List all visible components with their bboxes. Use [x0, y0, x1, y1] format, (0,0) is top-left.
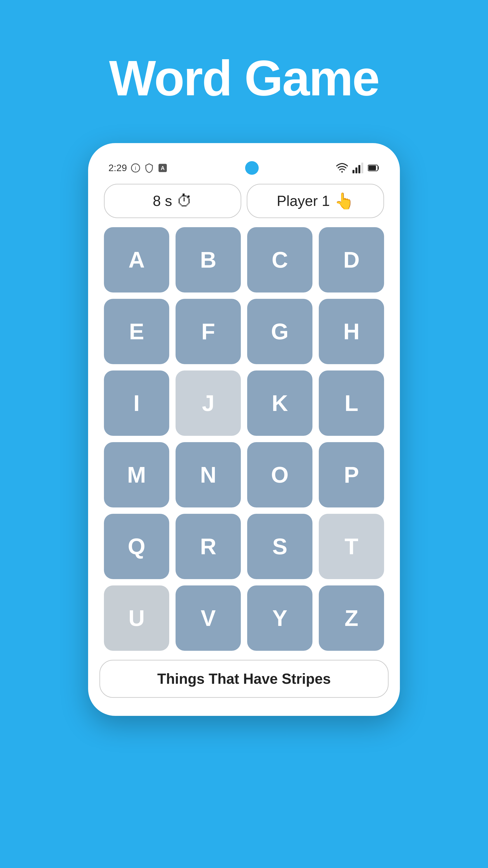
- letter-grid: ABCDEFGHIJKLMNOPQRSTUVYZ: [99, 227, 389, 651]
- letter-btn-z[interactable]: Z: [319, 585, 384, 651]
- letter-btn-m[interactable]: M: [104, 442, 169, 507]
- letter-btn-u[interactable]: U: [104, 585, 169, 651]
- letter-btn-p[interactable]: P: [319, 442, 384, 507]
- letter-btn-v[interactable]: V: [175, 585, 241, 651]
- phone-shell: 2:29 i A: [88, 143, 400, 716]
- svg-rect-8: [361, 162, 363, 174]
- camera-notch: [245, 161, 259, 175]
- status-bar: 2:29 i A: [99, 157, 389, 179]
- timer-box: 8 s ⏱: [104, 184, 241, 218]
- svg-point-4: [341, 171, 343, 173]
- category-prompt: Things That Have Stripes: [99, 660, 389, 698]
- battery-icon: [368, 162, 380, 174]
- wifi-icon: [336, 162, 348, 174]
- letter-btn-l[interactable]: L: [319, 370, 384, 436]
- a-icon: A: [158, 163, 168, 173]
- letter-btn-t[interactable]: T: [319, 514, 384, 579]
- letter-btn-h[interactable]: H: [319, 299, 384, 364]
- letter-btn-a[interactable]: A: [104, 227, 169, 292]
- shield-icon: [144, 163, 154, 173]
- letter-btn-s[interactable]: S: [247, 514, 313, 579]
- player-box: Player 1 👆: [247, 184, 384, 218]
- letter-btn-n[interactable]: N: [175, 442, 241, 507]
- status-right-icons: [336, 162, 380, 174]
- svg-text:i: i: [135, 165, 136, 171]
- letter-btn-e[interactable]: E: [104, 299, 169, 364]
- svg-rect-10: [368, 166, 376, 170]
- svg-rect-5: [352, 170, 355, 174]
- letter-btn-c[interactable]: C: [247, 227, 313, 292]
- svg-text:A: A: [161, 165, 164, 171]
- letter-btn-r[interactable]: R: [175, 514, 241, 579]
- top-info-bar: 8 s ⏱ Player 1 👆: [99, 184, 389, 218]
- letter-btn-d[interactable]: D: [319, 227, 384, 292]
- player-label: Player 1: [277, 193, 330, 209]
- letter-btn-y[interactable]: Y: [247, 585, 313, 651]
- svg-rect-6: [355, 167, 357, 174]
- status-time: 2:29 i A: [108, 162, 168, 174]
- svg-rect-7: [358, 165, 360, 174]
- letter-btn-o[interactable]: O: [247, 442, 313, 507]
- letter-btn-k[interactable]: K: [247, 370, 313, 436]
- timer-label: 8 s: [153, 193, 172, 209]
- timer-icon: ⏱: [177, 192, 193, 210]
- letter-btn-g[interactable]: G: [247, 299, 313, 364]
- info-icon: i: [131, 163, 140, 173]
- page-title: Word Game: [109, 50, 379, 107]
- letter-btn-b[interactable]: B: [175, 227, 241, 292]
- player-icon: 👆: [334, 192, 354, 210]
- letter-btn-f[interactable]: F: [175, 299, 241, 364]
- letter-btn-i[interactable]: I: [104, 370, 169, 436]
- letter-btn-q[interactable]: Q: [104, 514, 169, 579]
- signal-icon: [352, 162, 364, 174]
- letter-btn-j[interactable]: J: [175, 370, 241, 436]
